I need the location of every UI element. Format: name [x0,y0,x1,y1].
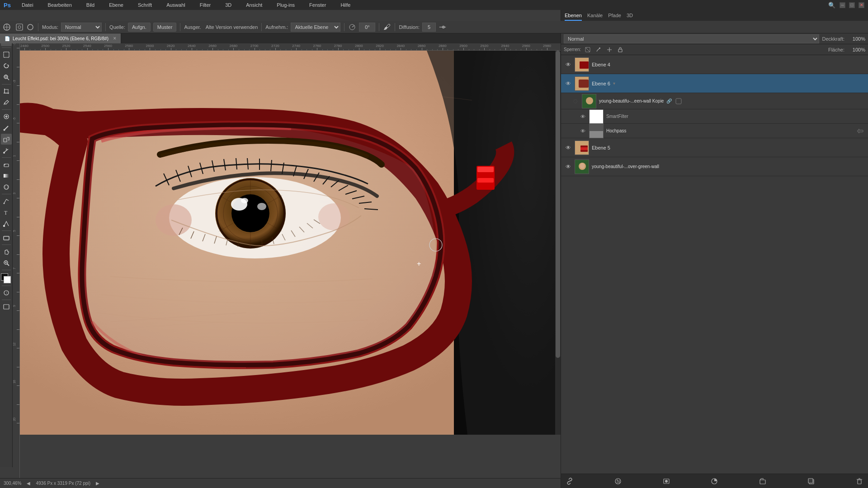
brush-tool[interactable] [1,122,12,133]
layer-visibility-ebene5[interactable]: 👁 [565,144,572,151]
status-arrow-right[interactable]: ▶ [96,481,99,486]
delete-layer-btn[interactable] [854,476,864,486]
canvas-scroll-v[interactable] [555,51,561,435]
layer-expand-icon[interactable]: ▾ [613,81,615,86]
layer-ebene5[interactable]: 👁 Ebene 5 [561,138,868,157]
hand-tool[interactable] [1,246,12,257]
layer-wall-original[interactable]: 👁 young-beautiful-...over-green-wall [561,157,868,176]
svg-rect-32 [4,236,9,240]
menu-ansicht[interactable]: Ansicht [242,1,266,9]
maximize-button[interactable]: □ [849,2,855,8]
crop-tool[interactable] [1,86,12,97]
hochpass-settings-icon[interactable] [856,127,864,135]
dest-select[interactable]: Aktuelle Ebene [291,23,340,32]
close-button[interactable]: ✕ [859,2,864,8]
tab-3d[interactable]: 3D [627,11,633,21]
menu-hilfe[interactable]: Hilfe [337,1,354,9]
new-layer-btn[interactable] [806,476,816,486]
menu-filter[interactable]: Filter [196,1,214,9]
blur-tool[interactable] [1,182,12,192]
svg-rect-10 [4,52,9,57]
brush-settings-icon[interactable]: 🖌 [383,23,391,31]
layer-visibility-ebene6[interactable]: 👁 [565,80,572,87]
new-group-btn[interactable] [758,476,768,486]
minimize-button[interactable]: ─ [840,2,845,8]
quick-mask-mode[interactable] [1,287,12,298]
layer-wall-kopie[interactable]: ◌ young-beautifu-...een-wall Kopie 🔗 [561,93,868,109]
canvas-area[interactable]: + [20,51,561,435]
tool-sep-9 [2,286,11,286]
dest-label: Aufnehm.: [265,24,288,30]
brush-size-icon[interactable] [26,23,34,31]
menu-bild[interactable]: Bild [83,1,98,9]
brush-options-icon[interactable] [15,23,24,31]
add-style-btn[interactable]: fx [613,476,623,486]
angle-input[interactable] [359,23,375,32]
fill-label: Fläche: [828,47,844,52]
layer-visibility-wall-kopie[interactable]: ◌ [572,98,579,105]
layer-thumb-ebene6 [575,76,589,91]
eyedropper-tool[interactable] [1,97,12,108]
gradient-tool[interactable] [1,170,12,181]
layer-visibility-hochpass[interactable]: 👁 [579,127,586,135]
menu-plugins[interactable]: Plug-ins [273,1,298,9]
source-aufgn-btn[interactable]: Aufgn. [128,23,151,32]
source-muster-btn[interactable]: Muster [153,23,177,32]
menu-ebene[interactable]: Ebene [105,1,127,9]
menu-3d[interactable]: 3D [222,1,235,9]
menu-auswahl[interactable]: Auswahl [163,1,189,9]
lasso-tool[interactable] [1,61,12,71]
search-icon[interactable]: 🔍 [828,1,836,9]
document-tab[interactable]: 📄 Leucht Effekt.psd: bei 300% (Ebene 6, … [0,33,121,43]
layer-ebene4[interactable]: 👁 Ebene 4 [561,55,868,74]
lock-paint-icon[interactable] [594,46,603,54]
eraser-tool[interactable] [1,159,12,170]
healing-tool[interactable] [1,111,12,122]
lock-transparent-icon[interactable] [584,46,592,54]
layer-hochpass[interactable]: 👁 Hochpass [561,124,868,138]
layer-visibility-smartfilter[interactable]: 👁 [579,113,586,120]
layer-visibility-wall[interactable]: 👁 [565,163,572,170]
menu-fenster[interactable]: Fenster [306,1,330,9]
lock-all-icon[interactable] [616,46,624,54]
diffusion-input[interactable] [422,23,436,32]
screen-mode-btn[interactable] [1,301,12,312]
menu-schrift[interactable]: Schrift [134,1,156,9]
zoom-tool[interactable] [1,258,12,268]
clone-stamp-tool[interactable] [1,134,12,145]
canvas-scroll-thumb[interactable] [556,51,560,358]
text-tool[interactable]: T [1,207,12,218]
layer-name-ebene4: Ebene 4 [592,62,610,67]
menu-datei[interactable]: Datei [18,1,37,9]
pen-tool[interactable] [1,196,12,206]
mode-select[interactable]: Normal [61,23,102,32]
svg-point-11 [4,75,8,79]
layer-visibility-ebene4[interactable]: 👁 [565,61,572,68]
add-adjustment-btn[interactable] [709,476,719,486]
color-picker[interactable] [1,273,12,284]
tab-kanaele[interactable]: Kanäle [587,11,603,21]
shape-tool[interactable] [1,232,12,243]
menu-bearbeiten[interactable]: Bearbeiten [44,1,75,9]
tab-pfade[interactable]: Pfade [608,11,621,21]
status-arrow-left[interactable]: ◀ [27,481,30,486]
marquee-tool[interactable] [1,49,12,60]
history-brush-tool[interactable] [1,145,12,156]
lock-move-icon[interactable] [605,46,613,54]
link-layers-btn[interactable] [565,476,575,486]
diffusion-slider-icon[interactable] [439,23,447,31]
tab-close-btn[interactable]: × [113,35,116,42]
blend-mode-select[interactable]: Normal [564,34,819,43]
tab-ebenen[interactable]: Ebenen [565,11,582,21]
layer-info-wall-kopie: young-beautifu-...een-wall Kopie [599,99,664,103]
svg-rect-45 [477,167,494,172]
divider-6 [379,23,379,31]
layer-smartfilter[interactable]: 👁 SmartFilter [561,109,868,124]
svg-rect-3 [16,24,23,30]
layer-ebene6[interactable]: 👁 Ebene 6 ▾ [561,74,868,93]
source-label: Quelle: [109,24,125,30]
path-selection-tool[interactable] [1,218,12,229]
add-mask-btn[interactable] [661,476,671,486]
quick-select-tool[interactable] [1,72,12,83]
layer-info-smartfilter: SmartFilter [606,114,628,119]
